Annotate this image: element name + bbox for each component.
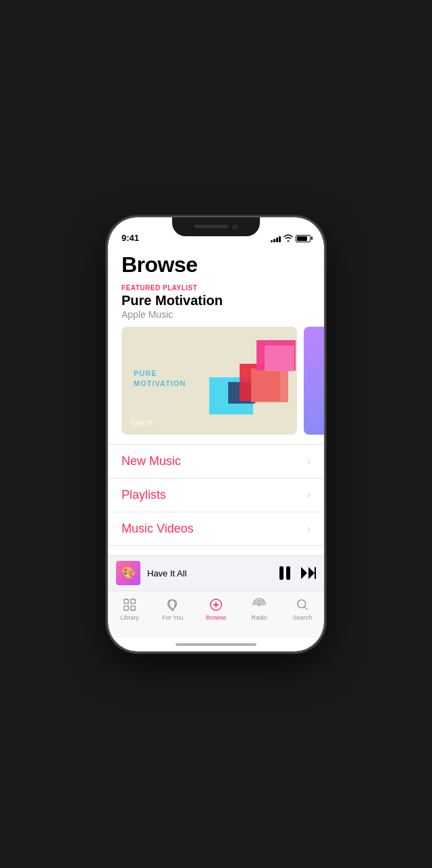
now-playing-album-art: 🎨 [116, 561, 140, 585]
notch-camera [232, 224, 238, 229]
skip-forward-button[interactable] [301, 567, 316, 579]
playback-controls [279, 566, 316, 580]
featured-title: Pure Motivation [122, 293, 310, 308]
featured-label: FEATURED PLAYLIST [122, 284, 310, 292]
chevron-icon-music-videos: › [307, 523, 310, 534]
menu-item-top-charts[interactable]: Top Charts › [108, 545, 324, 555]
tab-radio[interactable]: Radio [238, 597, 281, 621]
tab-search[interactable]: Search [281, 597, 324, 621]
featured-section: FEATURED PLAYLIST Pure Motivation Apple … [108, 284, 324, 320]
featured-subtitle: Apple Music [122, 309, 310, 320]
svg-rect-0 [279, 566, 284, 580]
status-bar: 9:41 [108, 217, 324, 247]
tab-search-label: Search [293, 614, 313, 621]
battery-icon [296, 235, 310, 242]
artwork-text: PURE MOTIVATION [134, 368, 186, 389]
tab-library-label: Library [120, 614, 139, 621]
tab-bar: Library For You [108, 591, 324, 638]
tab-browse[interactable]: Browse [194, 597, 238, 621]
home-indicator [108, 638, 324, 651]
block-coral [251, 369, 288, 402]
menu-item-label-new-music: New Music [122, 454, 181, 468]
menu-item-label-playlists: Playlists [122, 488, 166, 502]
skip-forward-icon [301, 567, 316, 579]
home-bar [176, 643, 256, 646]
featured-carousel[interactable]: PURE MOTIVATION [108, 327, 324, 435]
playlist-artwork: PURE MOTIVATION [122, 327, 297, 435]
now-playing-title: Have It All [147, 568, 273, 578]
signal-bar-3 [276, 238, 278, 242]
main-content: Browse FEATURED PLAYLIST Pure Motivation… [108, 247, 324, 555]
chevron-icon-new-music: › [307, 456, 310, 466]
svg-point-9 [258, 603, 261, 606]
for-you-icon [165, 597, 180, 613]
menu-item-playlists[interactable]: Playlists › [108, 478, 324, 512]
status-icons [271, 234, 310, 243]
second-card[interactable] [304, 327, 324, 435]
notch [172, 217, 260, 236]
signal-bar-1 [271, 240, 273, 242]
tab-for-you-label: For You [162, 614, 183, 621]
wifi-icon [284, 234, 293, 243]
now-playing-bar[interactable]: 🎨 Have It All [108, 555, 324, 591]
tab-browse-label: Browse [206, 614, 226, 621]
browse-header: Browse [108, 247, 324, 284]
tab-radio-label: Radio [251, 614, 267, 621]
menu-item-new-music[interactable]: New Music › [108, 444, 324, 478]
tab-for-you[interactable]: For You [151, 597, 194, 621]
menu-item-music-videos[interactable]: Music Videos › [108, 512, 324, 545]
screen: 9:41 [108, 217, 324, 651]
svg-rect-4 [131, 599, 135, 603]
svg-rect-2 [315, 567, 316, 579]
tab-library[interactable]: Library [108, 597, 151, 621]
radio-icon [252, 597, 267, 613]
search-icon [295, 597, 310, 613]
page-title: Browse [122, 252, 310, 277]
phone-frame: 9:41 [108, 217, 324, 651]
pause-icon [279, 566, 292, 580]
signal-bar-2 [273, 239, 275, 242]
svg-point-8 [215, 603, 217, 606]
notch-speaker [194, 225, 228, 228]
menu-item-label-music-videos: Music Videos [122, 522, 194, 536]
browse-icon [209, 597, 223, 613]
block-light-pink [265, 346, 294, 371]
svg-rect-6 [131, 605, 135, 609]
menu-list: New Music › Playlists › Music Videos › T… [108, 444, 324, 555]
get-it-label[interactable]: Get it. [131, 418, 155, 428]
artwork-blocks [202, 340, 290, 421]
featured-card[interactable]: PURE MOTIVATION [122, 327, 297, 435]
chevron-icon-playlists: › [307, 489, 310, 500]
pause-button[interactable] [279, 566, 292, 580]
svg-rect-5 [124, 605, 128, 609]
svg-rect-1 [286, 566, 290, 580]
library-icon [122, 597, 137, 613]
svg-rect-3 [124, 599, 128, 603]
signal-bar-4 [279, 236, 281, 242]
signal-bars [271, 234, 281, 242]
battery-fill [297, 236, 307, 241]
